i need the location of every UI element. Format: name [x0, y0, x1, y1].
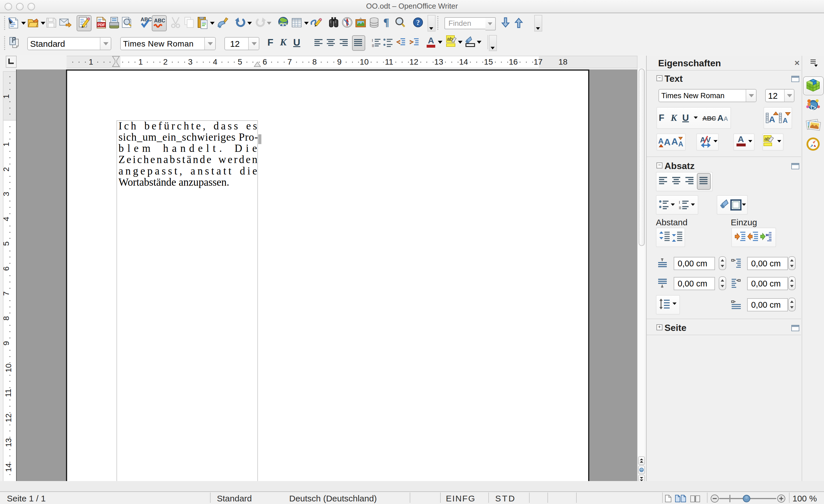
svg-text:?: ? — [416, 19, 420, 26]
svg-text:ABC: ABC — [154, 18, 165, 23]
svg-text:II: II — [372, 43, 374, 48]
svg-text:II: II — [679, 205, 681, 210]
svg-text:A: A — [769, 114, 775, 124]
svg-text:ABC: ABC — [140, 17, 152, 22]
svg-text:I: I — [679, 200, 680, 205]
svg-text:¶: ¶ — [383, 16, 389, 28]
svg-text:A: A — [678, 140, 683, 148]
svg-text:I: I — [372, 38, 373, 43]
svg-text:A: A — [672, 136, 678, 147]
svg-text:A: A — [783, 116, 788, 124]
svg-text:A: A — [664, 137, 671, 147]
svg-text:A: A — [658, 137, 663, 145]
svg-text:PDF: PDF — [98, 23, 105, 27]
